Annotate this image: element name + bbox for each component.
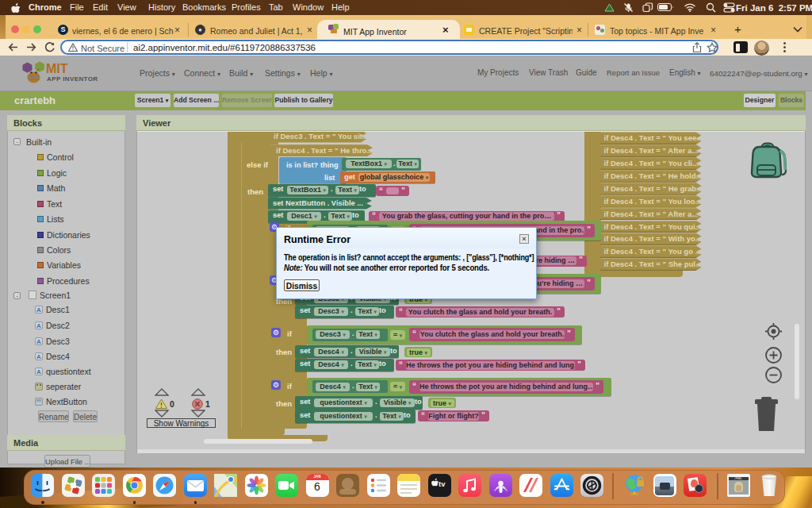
svg-text:tv: tv <box>439 479 446 488</box>
